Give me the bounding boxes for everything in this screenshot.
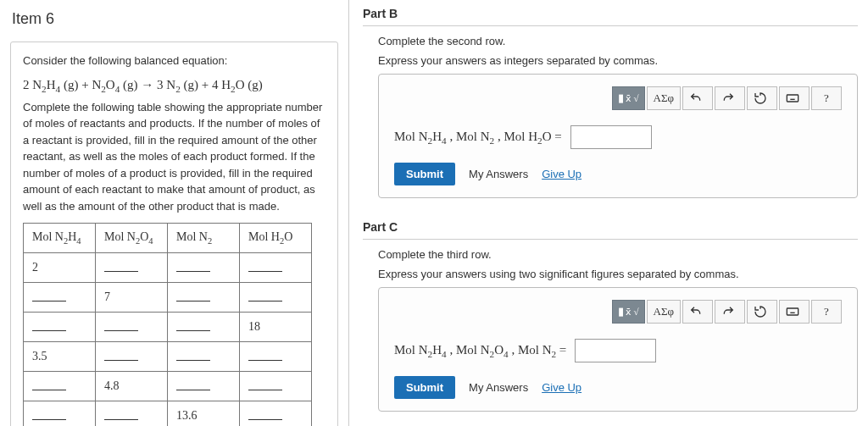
table-row: 3.5 bbox=[24, 342, 312, 372]
blank-field bbox=[32, 409, 66, 420]
formatting-toolbar: ▮x̄√ ΑΣφ ? bbox=[394, 300, 842, 324]
table-cell bbox=[168, 372, 240, 401]
part-c-variable-label: Mol N2H4 , Mol N2O4 , Mol N2 = bbox=[394, 343, 566, 359]
table-cell: 13.6 bbox=[168, 401, 240, 427]
table-cell: 2 bbox=[24, 253, 96, 283]
table-row: 7 bbox=[24, 283, 312, 313]
keyboard-button[interactable] bbox=[779, 86, 810, 110]
formatting-toolbar: ▮x̄√ ΑΣφ ? bbox=[394, 86, 842, 110]
table-cell bbox=[96, 342, 168, 372]
part-b-answer-box: ▮x̄√ ΑΣφ ? Mol N2H4 , Mol N2 , Mol H2O =… bbox=[378, 74, 858, 198]
left-panel: Item 6 Consider the following balanced e… bbox=[0, 0, 349, 426]
moles-table: Mol N2H4 Mol N2O4 Mol N2 Mol H2O 27183.5… bbox=[23, 223, 312, 426]
col-header: Mol N2 bbox=[168, 224, 240, 253]
table-cell bbox=[168, 283, 240, 313]
part-c-answer-input[interactable] bbox=[575, 339, 656, 362]
blank-field bbox=[176, 350, 210, 361]
table-cell: 7 bbox=[96, 283, 168, 313]
right-panel: Part B Complete the second row. Express … bbox=[349, 0, 868, 426]
table-cell: 3.5 bbox=[24, 342, 96, 372]
table-cell bbox=[240, 283, 312, 313]
table-row: 4.8 bbox=[24, 372, 312, 401]
blank-field bbox=[104, 320, 138, 331]
table-cell bbox=[96, 313, 168, 342]
intro-text: Consider the following balanced equation… bbox=[23, 53, 326, 69]
my-answers-link[interactable]: My Answers bbox=[469, 381, 528, 394]
part-c-answer-box: ▮x̄√ ΑΣφ ? Mol N2H4 , Mol N2O4 , Mol N2 … bbox=[378, 287, 858, 412]
table-cell bbox=[24, 313, 96, 342]
table-cell bbox=[168, 253, 240, 283]
give-up-link[interactable]: Give Up bbox=[542, 381, 581, 394]
col-header: Mol N2H4 bbox=[24, 224, 96, 253]
item-title: Item 6 bbox=[10, 0, 338, 41]
blank-field bbox=[248, 290, 282, 302]
greek-letters-button[interactable]: ΑΣφ bbox=[647, 300, 681, 324]
table-row: 13.6 bbox=[24, 401, 312, 427]
blank-field bbox=[176, 320, 210, 331]
table-cell bbox=[24, 372, 96, 401]
part-c-heading: Part C bbox=[363, 213, 858, 240]
balanced-equation: 2 N2H4 (g) + N2O4 (g) → 3 N2 (g) + 4 H2O… bbox=[23, 78, 326, 94]
part-b-heading: Part B bbox=[363, 0, 858, 26]
reset-button[interactable] bbox=[747, 86, 777, 110]
table-cell: 18 bbox=[240, 313, 312, 342]
undo-button[interactable] bbox=[682, 300, 713, 324]
equation-tools-button[interactable]: ▮x̄√ bbox=[612, 300, 644, 324]
blank-field bbox=[104, 409, 138, 420]
table-cell bbox=[168, 313, 240, 342]
question-box: Consider the following balanced equation… bbox=[10, 41, 338, 426]
blank-field bbox=[248, 409, 282, 420]
greek-letters-button[interactable]: ΑΣφ bbox=[647, 86, 681, 110]
part-b-line1: Complete the second row. bbox=[378, 35, 858, 47]
col-header: Mol H2O bbox=[240, 224, 312, 253]
table-cell: 4.8 bbox=[96, 372, 168, 401]
table-cell bbox=[24, 283, 96, 313]
table-cell bbox=[240, 401, 312, 427]
reset-button[interactable] bbox=[747, 300, 777, 324]
undo-button[interactable] bbox=[682, 86, 713, 110]
submit-button[interactable]: Submit bbox=[394, 376, 455, 399]
blank-field bbox=[248, 261, 282, 272]
table-cell bbox=[24, 401, 96, 427]
blank-field bbox=[32, 320, 66, 331]
keyboard-button[interactable] bbox=[779, 300, 810, 324]
blank-field bbox=[104, 350, 138, 361]
equation-tools-button[interactable]: ▮x̄√ bbox=[612, 86, 644, 110]
give-up-link[interactable]: Give Up bbox=[542, 168, 581, 180]
blank-field bbox=[248, 379, 282, 390]
table-header-row: Mol N2H4 Mol N2O4 Mol N2 Mol H2O bbox=[24, 224, 312, 253]
part-b-line2: Express your answers as integers separat… bbox=[378, 54, 858, 67]
table-cell bbox=[168, 342, 240, 372]
blank-field bbox=[104, 261, 138, 272]
part-c-line2: Express your answers using two significa… bbox=[378, 268, 858, 280]
col-header: Mol N2O4 bbox=[96, 224, 168, 253]
submit-button[interactable]: Submit bbox=[394, 163, 455, 185]
table-cell bbox=[240, 253, 312, 283]
blank-field bbox=[176, 290, 210, 302]
redo-button[interactable] bbox=[715, 86, 745, 110]
help-button[interactable]: ? bbox=[811, 86, 842, 110]
table-cell bbox=[96, 253, 168, 283]
svg-rect-1 bbox=[787, 308, 798, 315]
svg-rect-0 bbox=[787, 95, 798, 102]
table-row: 2 bbox=[24, 253, 312, 283]
table-cell bbox=[240, 372, 312, 401]
blank-field bbox=[248, 350, 282, 361]
blank-field bbox=[32, 379, 66, 390]
part-b-variable-label: Mol N2H4 , Mol N2 , Mol H2O = bbox=[394, 130, 562, 146]
redo-button[interactable] bbox=[715, 300, 745, 324]
blank-field bbox=[176, 261, 210, 272]
help-button[interactable]: ? bbox=[811, 300, 842, 324]
table-cell bbox=[96, 401, 168, 427]
blank-field bbox=[32, 290, 66, 302]
part-b-answer-input[interactable] bbox=[570, 125, 652, 149]
instructions: Complete the following table showing the… bbox=[23, 99, 326, 215]
my-answers-link[interactable]: My Answers bbox=[469, 168, 528, 180]
part-c-line1: Complete the third row. bbox=[378, 248, 858, 261]
table-row: 18 bbox=[24, 313, 312, 342]
blank-field bbox=[176, 379, 210, 390]
table-cell bbox=[240, 342, 312, 372]
